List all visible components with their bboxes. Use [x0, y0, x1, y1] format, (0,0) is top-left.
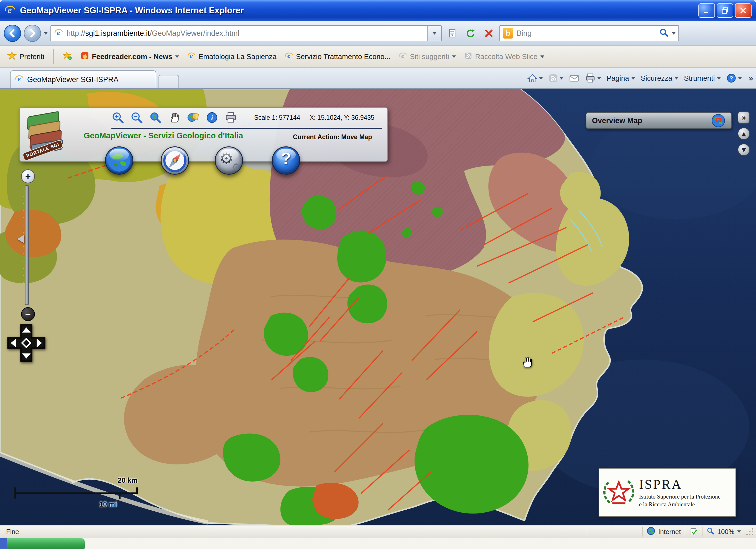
web-slice-gallery-button[interactable]: Raccolta Web Slice	[462, 50, 546, 63]
minimize-button[interactable]	[698, 3, 715, 18]
stop-button[interactable]	[481, 25, 497, 41]
scale-readout: Scale 1: 577144 X: 15.1024, Y: 36.9435	[254, 114, 374, 121]
feeds-button[interactable]	[548, 73, 563, 83]
internet-zone-globe-icon	[647, 527, 655, 537]
ie-page-icon: e	[285, 52, 293, 62]
bing-logo-icon: b	[503, 28, 513, 39]
navigation-button[interactable]	[161, 146, 189, 175]
favorites-button[interactable]: Preferiti	[5, 49, 47, 64]
viewer-help-button[interactable]	[272, 146, 300, 175]
scroll-up-button[interactable]	[738, 127, 750, 140]
home-button[interactable]	[527, 73, 543, 83]
add-to-favorites-bar-button[interactable]	[60, 49, 74, 64]
map-scale-bar: 20 km 10 mi	[11, 476, 150, 512]
window-title: GeoMapViewer SGI-ISPRA - Windows Interne…	[20, 6, 244, 16]
zoom-slider-track[interactable]	[25, 185, 29, 305]
navigation-bar: e http://sgi1.isprambiente.it/GeoMapView…	[0, 21, 756, 46]
address-bar[interactable]: e http://sgi1.isprambiente.it/GeoMapView…	[50, 25, 442, 41]
maximize-button[interactable]	[717, 3, 733, 18]
gear-icon: ⚙	[232, 161, 241, 173]
command-bar: Pagina Sicurezza Strumenti ? »	[527, 68, 753, 89]
chevron-down-icon	[717, 77, 721, 80]
page-menu-button[interactable]: Pagina	[607, 74, 635, 83]
current-action-label: Current Action: Move Map	[293, 133, 372, 141]
back-button[interactable]	[4, 25, 21, 42]
close-button[interactable]	[735, 3, 752, 18]
ie-page-icon: e	[15, 74, 24, 85]
svg-text:i: i	[211, 114, 213, 122]
forward-button[interactable]	[24, 25, 41, 42]
zoom-in-button[interactable]	[21, 169, 35, 183]
security-zone[interactable]: Internet	[647, 527, 681, 537]
chevron-down-icon	[175, 55, 179, 58]
zoom-in-tool-icon[interactable]	[111, 111, 124, 124]
overview-map-panel[interactable]: Overview Map	[586, 112, 732, 129]
svg-text:?: ?	[730, 75, 733, 82]
chevron-down-icon	[631, 77, 635, 80]
portale-sgi-logo[interactable]: PORTALE SGI	[24, 109, 71, 159]
suggested-sites-button[interactable]: e Siti suggeriti	[397, 50, 458, 63]
print-button[interactable]	[585, 73, 601, 83]
taskbar-corner	[0, 538, 7, 549]
recent-pages-dropdown-icon[interactable]	[44, 32, 48, 35]
pan-tool-icon[interactable]	[168, 111, 181, 124]
tools-menu-button[interactable]: Strumenti	[684, 74, 721, 83]
map-view-button[interactable]	[105, 146, 133, 175]
security-menu-button[interactable]: Sicurezza	[641, 74, 678, 83]
zoom-level-value: 100%	[717, 528, 734, 536]
favorite-item-ematologia[interactable]: e Ematologia La Sapienza	[185, 50, 279, 63]
info-tool-icon[interactable]: i	[206, 111, 218, 124]
resize-grip[interactable]	[745, 527, 755, 537]
collapse-panel-button[interactable]	[738, 111, 750, 124]
command-overflow-button[interactable]: »	[749, 73, 753, 83]
search-box[interactable]: b Bing	[499, 25, 679, 41]
viewer-toolbar-panel: PORTALE SGI i	[19, 107, 388, 162]
zoom-out-button[interactable]	[21, 307, 35, 321]
pan-control[interactable]	[6, 322, 47, 364]
ispra-emblem-icon	[602, 476, 635, 509]
print-tool-icon[interactable]	[224, 111, 237, 124]
title-bar: e GeoMapViewer SGI-ISPRA - Windows Inter…	[0, 0, 756, 21]
chevron-down-icon	[539, 77, 543, 80]
page-favicon-icon: e	[54, 28, 63, 39]
tab-title: GeoMapViewer SGI-ISPRA	[27, 75, 119, 84]
start-button-fragment[interactable]	[7, 538, 85, 549]
overview-globe-icon[interactable]	[711, 113, 726, 128]
chevron-down-icon	[737, 530, 741, 533]
protected-mode-indicator[interactable]	[689, 527, 698, 536]
read-mail-button[interactable]	[569, 73, 579, 83]
scale-value: Scale 1: 577144	[254, 114, 300, 121]
zoom-slider-handle[interactable]	[17, 234, 24, 243]
web-slice-icon	[464, 52, 473, 62]
url-text[interactable]: http://sgi1.isprambiente.it/GeoMapViewer…	[67, 29, 427, 38]
scale-km-label: 20 km	[118, 476, 137, 484]
zoom-out-tool-icon[interactable]	[130, 111, 143, 124]
scale-mi-label: 10 mi	[99, 500, 117, 508]
address-dropdown-button[interactable]	[427, 26, 441, 41]
refresh-button[interactable]	[463, 25, 478, 41]
new-tab-button[interactable]	[159, 75, 179, 88]
search-icon[interactable]	[659, 28, 669, 39]
ispra-logo: ISPRA Istituto Superiore per la Protezio…	[599, 468, 736, 517]
taskbar-sliver	[0, 538, 756, 549]
map-viewport[interactable]: PORTALE SGI i	[0, 89, 756, 525]
settings-button[interactable]: ⚙	[215, 146, 243, 175]
ispra-subtitle-line1: Istituto Superiore per la Protezione	[639, 493, 721, 501]
zoom-full-extent-tool-icon[interactable]	[149, 111, 162, 124]
divider	[111, 128, 382, 129]
scroll-down-button[interactable]	[738, 144, 750, 156]
ie-logo-icon: e	[4, 4, 16, 17]
search-placeholder[interactable]: Bing	[517, 29, 532, 38]
help-button[interactable]: ?	[726, 73, 742, 83]
search-options-dropdown-icon[interactable]	[672, 32, 676, 35]
chevron-down-icon	[560, 77, 563, 80]
favorite-item-servizio[interactable]: e Servizio Trattamento Econo...	[283, 50, 393, 63]
tab-geomapviewer[interactable]: e GeoMapViewer SGI-ISPRA	[10, 70, 156, 88]
compatibility-view-button[interactable]	[445, 25, 460, 41]
divider	[53, 49, 54, 64]
layers-tool-icon[interactable]	[187, 111, 200, 124]
zoom-level-control[interactable]: 100%	[706, 527, 741, 537]
favorite-item-feedreader[interactable]: Feedreader.com - News	[78, 50, 181, 64]
status-text: Fine	[6, 528, 19, 536]
overview-map-title: Overview Map	[592, 116, 642, 125]
